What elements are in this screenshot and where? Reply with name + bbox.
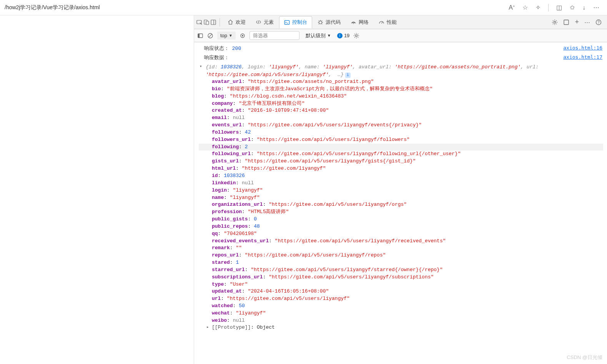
live-expression-icon[interactable] bbox=[239, 33, 246, 39]
clear-console-icon[interactable] bbox=[207, 33, 213, 39]
devtools-panel: 欢迎 元素 控制台 源代码 bbox=[194, 15, 607, 364]
tab-performance[interactable]: 性能 bbox=[374, 17, 401, 28]
execution-context-select[interactable]: top ▼ bbox=[217, 31, 236, 40]
svg-point-18 bbox=[242, 35, 243, 36]
watermark: CSDN @日光倾 bbox=[567, 354, 602, 361]
object-summary[interactable]: {id: 1038326, login: 'liyangyf', name: '… bbox=[199, 63, 599, 78]
read-aloud-icon[interactable]: A» bbox=[509, 4, 515, 11]
property-row[interactable]: organizations_url: "https://gitee.com/ap… bbox=[212, 201, 599, 208]
tab-label: 性能 bbox=[387, 19, 397, 26]
property-row[interactable]: html_url: "https://gitee.com/liyangyf" bbox=[212, 165, 599, 172]
property-row[interactable]: qq: "704206198" bbox=[212, 230, 599, 238]
tab-sources[interactable]: 源代码 bbox=[313, 17, 345, 28]
tab-label: 网络 bbox=[359, 19, 369, 26]
property-row[interactable]: wechat: "liyangyf" bbox=[212, 310, 599, 317]
svg-rect-3 bbox=[211, 20, 216, 25]
property-row[interactable]: linkedin: null bbox=[212, 180, 599, 187]
property-row[interactable]: stared: 1 bbox=[212, 259, 599, 266]
dock-side-icon[interactable] bbox=[210, 19, 216, 25]
property-row[interactable]: blog: "https://blog.csdn.net/weixin_4163… bbox=[212, 93, 599, 100]
property-row[interactable]: profession: "HTML5高级讲师" bbox=[212, 208, 599, 216]
svg-point-6 bbox=[319, 21, 322, 24]
tab-label: 源代码 bbox=[326, 19, 341, 26]
settings-icon[interactable] bbox=[552, 19, 558, 25]
property-row[interactable]: followers_url: "https://gitee.com/api/v5… bbox=[212, 136, 599, 144]
svg-line-16 bbox=[209, 34, 212, 37]
property-row[interactable]: gists_url: "https://gitee.com/api/v5/use… bbox=[212, 158, 599, 165]
property-row[interactable]: followers: 42 bbox=[212, 129, 599, 136]
log-level-select[interactable]: 默认级别 ▼ bbox=[303, 31, 333, 40]
property-row[interactable]: email: null bbox=[212, 114, 599, 122]
svg-rect-2 bbox=[206, 21, 209, 25]
split-screen-icon[interactable]: ◫ bbox=[556, 4, 562, 11]
property-row[interactable]: type: "User" bbox=[212, 281, 599, 288]
collections-icon[interactable]: ✩ bbox=[570, 4, 575, 11]
property-row[interactable]: received_events_url: "https://gitee.com/… bbox=[212, 238, 599, 245]
property-row[interactable]: starred_url: "https://gitee.com/api/v5/u… bbox=[212, 266, 599, 274]
url-text[interactable]: /how2j学习记录/Vue学习记录/axios.html bbox=[3, 4, 509, 11]
log-source-link[interactable]: axios.html:17 bbox=[563, 54, 602, 61]
issues-badge[interactable]: i 19 bbox=[337, 33, 349, 38]
issues-count: 19 bbox=[344, 33, 349, 38]
separator bbox=[548, 4, 549, 12]
property-row[interactable]: created_at: "2016-10-10T09:47:41+08:00" bbox=[212, 107, 599, 114]
extensions-icon[interactable]: ✧ bbox=[535, 4, 540, 11]
info-badge-icon[interactable]: i bbox=[345, 73, 351, 78]
level-label: 默认级别 bbox=[306, 32, 326, 39]
property-row[interactable]: subscriptions_url: "https://gitee.com/ap… bbox=[212, 274, 599, 281]
log-label: 响应数据： bbox=[204, 55, 229, 60]
info-dot-icon: i bbox=[337, 33, 343, 38]
property-row[interactable]: remark: "" bbox=[212, 245, 599, 252]
property-row[interactable]: login: "liyangyf" bbox=[212, 187, 599, 194]
filter-input[interactable] bbox=[249, 31, 299, 40]
network-icon bbox=[351, 19, 356, 25]
log-entry-status: 响应状态： 200 axios.html:16 bbox=[194, 44, 607, 53]
tab-label: 控制台 bbox=[292, 19, 307, 26]
more-icon[interactable]: ⋯ bbox=[593, 4, 599, 11]
property-row[interactable]: url: "https://gitee.com/api/v5/users/liy… bbox=[212, 295, 599, 303]
panel-icon[interactable] bbox=[563, 19, 569, 25]
tab-elements[interactable]: 元素 bbox=[251, 17, 278, 28]
console-settings-icon[interactable] bbox=[353, 33, 359, 39]
property-row[interactable]: following: 2 bbox=[199, 144, 603, 151]
home-icon bbox=[228, 19, 233, 25]
context-label: top bbox=[220, 33, 227, 38]
log-entry-data: 响应数据： axios.html:17 bbox=[194, 53, 607, 62]
property-row[interactable]: id: 1038326 bbox=[212, 172, 599, 180]
property-row[interactable]: following_url: "https://gitee.com/api/v5… bbox=[212, 151, 599, 158]
add-tab-icon[interactable]: + bbox=[575, 18, 579, 26]
property-row[interactable]: public_gists: 0 bbox=[212, 216, 599, 223]
tab-label: 欢迎 bbox=[236, 19, 246, 26]
sidebar-toggle-icon[interactable] bbox=[197, 33, 203, 39]
property-row[interactable]: company: "北京千锋互联科技有限公司" bbox=[212, 100, 599, 108]
log-source-link[interactable]: axios.html:16 bbox=[563, 45, 602, 52]
property-row[interactable]: bio: "前端资深讲师，主攻原生JavaScript方向，以最白话的方式，解释… bbox=[212, 86, 599, 93]
prototype-row[interactable]: [[Prototype]]: Object bbox=[199, 324, 599, 330]
downloads-icon[interactable]: ↓ bbox=[582, 4, 585, 11]
tab-console[interactable]: 控制台 bbox=[279, 16, 312, 28]
log-object-expanded[interactable]: {id: 1038326, login: 'liyangyf', name: '… bbox=[194, 62, 607, 331]
inspect-icon[interactable] bbox=[196, 19, 203, 25]
svg-rect-10 bbox=[564, 20, 569, 25]
tab-welcome[interactable]: 欢迎 bbox=[223, 17, 250, 28]
tab-label: 元素 bbox=[264, 19, 274, 26]
console-icon bbox=[284, 20, 290, 25]
gauge-icon bbox=[379, 19, 384, 25]
property-row[interactable]: events_url: "https://gitee.com/api/v5/us… bbox=[212, 122, 599, 129]
svg-point-19 bbox=[356, 35, 358, 36]
property-row[interactable]: public_repos: 48 bbox=[212, 223, 599, 230]
favorite-icon[interactable]: ☆ bbox=[522, 4, 528, 11]
property-row[interactable]: name: "liyangyf" bbox=[212, 194, 599, 202]
property-row[interactable]: updated_at: "2024-04-16T16:05:16+08:00" bbox=[212, 288, 599, 295]
property-row[interactable]: watched: 50 bbox=[212, 303, 599, 310]
device-toggle-icon[interactable] bbox=[203, 19, 210, 25]
more-icon[interactable]: ⋯ bbox=[584, 19, 590, 26]
property-row[interactable]: avatar_url: "https://gitee.com/assets/no… bbox=[212, 78, 599, 86]
tab-network[interactable]: 网络 bbox=[346, 17, 373, 28]
log-label: 响应状态： bbox=[204, 45, 229, 51]
property-row[interactable]: repos_url: "https://gitee.com/api/v5/use… bbox=[212, 252, 599, 259]
svg-line-8 bbox=[382, 22, 383, 24]
devtools-tab-bar: 欢迎 元素 控制台 源代码 bbox=[194, 15, 607, 29]
help-icon[interactable]: ? bbox=[595, 19, 602, 25]
property-row[interactable]: weibo: null bbox=[212, 317, 599, 324]
